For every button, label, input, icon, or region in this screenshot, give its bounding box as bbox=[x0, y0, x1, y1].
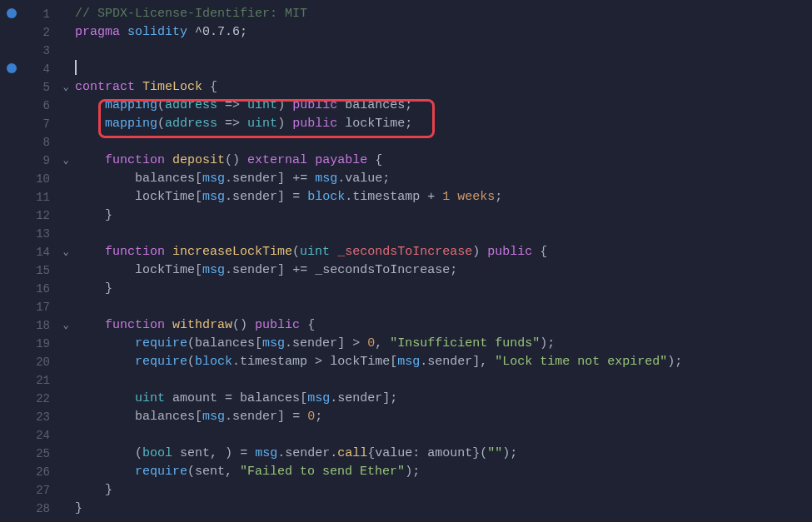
code-token: _secondsToIncrease bbox=[337, 245, 472, 259]
code-line[interactable]: lockTime[msg.sender] = block.timestamp +… bbox=[75, 188, 812, 206]
code-token: msg bbox=[202, 263, 225, 277]
code-line[interactable]: // SPDX-License-Identifier: MIT bbox=[75, 5, 812, 23]
code-token bbox=[217, 391, 225, 405]
code-line[interactable] bbox=[75, 60, 812, 78]
code-token: += bbox=[292, 263, 307, 277]
gutter-marker-dot[interactable] bbox=[7, 63, 17, 73]
code-line[interactable]: } bbox=[75, 500, 812, 518]
fold-toggle[interactable]: ⌄ bbox=[57, 152, 75, 170]
code-token: timestamp bbox=[240, 355, 307, 369]
code-token bbox=[285, 410, 292, 424]
code-line[interactable] bbox=[75, 42, 812, 60]
code-token bbox=[420, 446, 427, 460]
code-line[interactable]: lockTime[msg.sender] += _secondsToIncrea… bbox=[75, 261, 812, 280]
code-token: += bbox=[292, 172, 307, 186]
code-line[interactable]: contract TimeLock { bbox=[75, 78, 812, 97]
code-token bbox=[247, 318, 255, 332]
code-token: ) bbox=[472, 245, 480, 259]
line-number: 17 bbox=[23, 298, 57, 316]
code-token: [ bbox=[390, 355, 397, 369]
code-token bbox=[232, 446, 240, 460]
line-number: 5 bbox=[23, 78, 57, 97]
code-area[interactable]: // SPDX-License-Identifier: MITpragma so… bbox=[75, 0, 812, 522]
code-token: lockTime bbox=[135, 263, 195, 277]
code-token: [ bbox=[195, 172, 202, 186]
code-token bbox=[217, 446, 225, 460]
code-token bbox=[285, 98, 292, 112]
code-token: [ bbox=[255, 336, 262, 350]
code-line[interactable]: uint amount = balances[msg.sender]; bbox=[75, 390, 812, 408]
code-line[interactable]: function increaseLockTime(uint _secondsT… bbox=[75, 243, 812, 261]
code-token: sender bbox=[232, 190, 277, 204]
code-line[interactable]: function deposit() external payable { bbox=[75, 152, 812, 170]
code-token bbox=[165, 318, 172, 332]
code-token bbox=[487, 355, 495, 369]
code-token: msg bbox=[202, 410, 225, 424]
code-token: msg bbox=[307, 391, 330, 405]
code-line[interactable]: } bbox=[75, 280, 812, 298]
code-token: payable bbox=[315, 153, 367, 167]
code-line[interactable]: require(balances[msg.sender] > 0, "Insuf… bbox=[75, 335, 812, 353]
code-token: msg bbox=[262, 336, 285, 350]
code-token: ; bbox=[405, 117, 412, 131]
code-line[interactable]: balances[msg.sender] = 0; bbox=[75, 408, 812, 426]
code-token: ); bbox=[540, 336, 555, 350]
code-line[interactable] bbox=[75, 133, 812, 152]
fold-toggle bbox=[57, 353, 75, 371]
code-token bbox=[75, 117, 105, 131]
fold-toggle[interactable]: ⌄ bbox=[57, 78, 75, 97]
code-token bbox=[165, 391, 172, 405]
code-line[interactable]: } bbox=[75, 206, 812, 225]
gutter-marker-dot[interactable] bbox=[7, 8, 17, 18]
code-line[interactable]: (bool sent, ) = msg.sender.call{value: a… bbox=[75, 445, 812, 463]
fold-toggle bbox=[57, 371, 75, 390]
code-token: () bbox=[232, 318, 247, 332]
code-token bbox=[75, 98, 105, 112]
code-line[interactable]: function withdraw() public { bbox=[75, 316, 812, 335]
code-token: [ bbox=[300, 391, 307, 405]
code-token: block bbox=[195, 355, 232, 369]
fold-toggle[interactable]: ⌄ bbox=[57, 243, 75, 261]
code-token: . bbox=[277, 446, 285, 460]
code-token: uint bbox=[247, 98, 277, 112]
fold-toggle bbox=[57, 500, 75, 518]
code-line[interactable] bbox=[75, 225, 812, 243]
code-line[interactable] bbox=[75, 426, 812, 445]
code-line[interactable]: balances[msg.sender] += msg.value; bbox=[75, 170, 812, 188]
code-token: "Failed to send Ether" bbox=[240, 465, 405, 479]
code-token bbox=[240, 153, 247, 167]
line-number: 26 bbox=[23, 463, 57, 481]
code-token: { bbox=[307, 318, 315, 332]
code-token bbox=[367, 153, 375, 167]
fold-toggle[interactable]: ⌄ bbox=[57, 316, 75, 335]
code-line[interactable] bbox=[75, 298, 812, 316]
text-cursor bbox=[75, 60, 77, 75]
line-number: 21 bbox=[23, 371, 57, 390]
code-token bbox=[75, 483, 105, 497]
code-line[interactable]: require(block.timestamp > lockTime[msg.s… bbox=[75, 353, 812, 371]
code-line[interactable] bbox=[75, 371, 812, 390]
code-line[interactable]: } bbox=[75, 481, 812, 500]
code-line[interactable]: mapping(address => uint) public lockTime… bbox=[75, 115, 812, 133]
code-token: { bbox=[367, 446, 375, 460]
code-token: increaseLockTime bbox=[172, 245, 292, 259]
code-token bbox=[337, 117, 345, 131]
code-line[interactable]: pragma solidity ^0.7.6; bbox=[75, 23, 812, 42]
code-token bbox=[247, 446, 255, 460]
code-token: function bbox=[105, 318, 165, 332]
line-number: 1 bbox=[23, 5, 57, 23]
code-token: require bbox=[135, 336, 187, 350]
code-line[interactable]: mapping(address => uint) public balances… bbox=[75, 97, 812, 115]
code-token: ; bbox=[450, 263, 457, 277]
code-token: value bbox=[345, 172, 382, 186]
code-token: . bbox=[345, 190, 352, 204]
code-token bbox=[75, 153, 105, 167]
code-token bbox=[300, 190, 307, 204]
code-line[interactable]: require(sent, "Failed to send Ether"); bbox=[75, 463, 812, 481]
code-token: 0 bbox=[307, 410, 315, 424]
code-editor[interactable]: 1234567891011121314151617181920212223242… bbox=[0, 0, 812, 522]
code-token: ( bbox=[187, 355, 195, 369]
code-token bbox=[75, 465, 135, 479]
line-number: 13 bbox=[23, 225, 57, 243]
code-token: ] bbox=[277, 172, 285, 186]
